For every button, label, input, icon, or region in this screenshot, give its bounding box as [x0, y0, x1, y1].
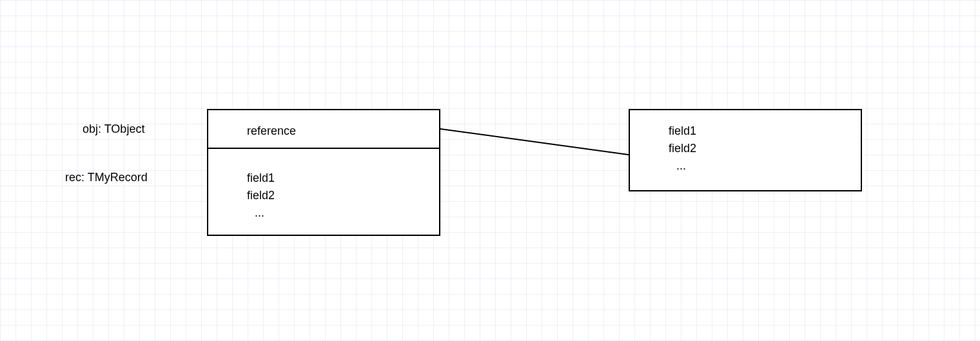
heap-field2: field2 — [669, 142, 696, 155]
record-field1: field1 — [247, 171, 275, 185]
heap-box: field1 field2 ... — [629, 109, 862, 191]
svg-line-0 — [440, 129, 629, 155]
stack-box: reference field1 field2 ... — [207, 109, 440, 236]
record-ellipsis: ... — [255, 206, 264, 220]
reference-cell: reference — [247, 124, 296, 138]
label-rec: rec: TMyRecord — [65, 171, 148, 184]
heap-ellipsis: ... — [676, 159, 686, 173]
label-obj: obj: TObject — [83, 122, 144, 136]
heap-field1: field1 — [669, 124, 696, 138]
diagram-canvas: obj: TObject rec: TMyRecord reference fi… — [0, 0, 980, 341]
stack-divider — [208, 148, 439, 149]
record-field2: field2 — [247, 189, 275, 202]
